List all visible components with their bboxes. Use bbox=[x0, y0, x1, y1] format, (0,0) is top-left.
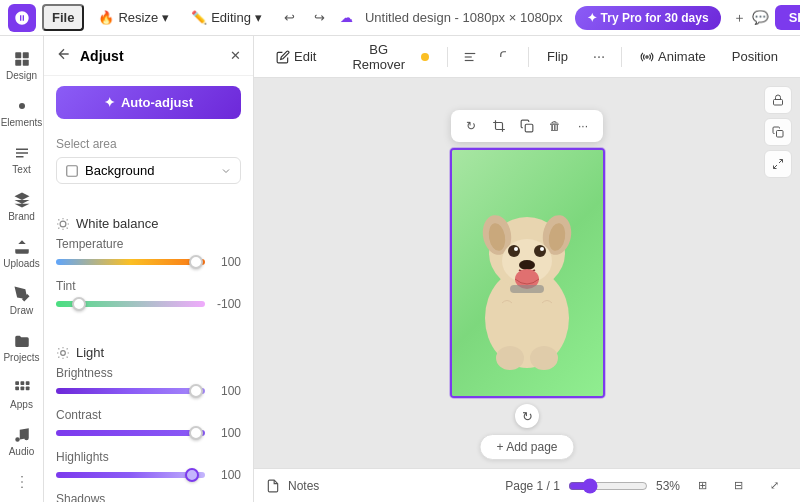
tint-slider[interactable] bbox=[56, 301, 205, 307]
design-image[interactable] bbox=[450, 148, 605, 398]
white-balance-heading: White balance bbox=[56, 216, 241, 231]
comments-button[interactable]: 💬 bbox=[752, 4, 769, 32]
sidebar-item-label: Design bbox=[6, 70, 37, 81]
shadows-label: Shadows bbox=[56, 492, 241, 502]
delete-floating-button[interactable]: 🗑 bbox=[543, 114, 567, 138]
app-logo[interactable] bbox=[8, 4, 36, 32]
add-element-button[interactable]: ＋ bbox=[733, 4, 746, 32]
bg-remover-button[interactable]: BG Remover bbox=[332, 37, 438, 77]
zoom-level: 53% bbox=[656, 479, 680, 493]
temperature-slider[interactable] bbox=[56, 259, 205, 265]
sidebar-item-draw[interactable]: Draw bbox=[2, 279, 42, 322]
chevron-down-icon: ▾ bbox=[255, 10, 262, 25]
svg-point-38 bbox=[534, 245, 546, 257]
undo-button[interactable]: ↩ bbox=[276, 4, 304, 32]
svg-rect-3 bbox=[22, 60, 28, 66]
svg-rect-8 bbox=[15, 387, 19, 391]
select-area-value: Background bbox=[85, 163, 214, 178]
canvas-content: ↻ 🗑 ··· bbox=[450, 148, 605, 398]
editing-button[interactable]: ✏️ Editing ▾ bbox=[183, 6, 270, 29]
svg-rect-5 bbox=[15, 381, 19, 385]
svg-point-25 bbox=[646, 55, 648, 57]
sidebar-item-uploads[interactable]: Uploads bbox=[2, 232, 42, 275]
document-title: Untitled design - 1080px × 1080px bbox=[365, 10, 563, 25]
svg-point-24 bbox=[602, 56, 604, 58]
file-menu-button[interactable]: File bbox=[42, 4, 84, 31]
cloud-save-button[interactable]: ☁ bbox=[340, 4, 353, 32]
brightness-slider[interactable] bbox=[56, 388, 205, 394]
white-balance-section: White balance Temperature 100 Tint -1 bbox=[44, 200, 253, 329]
svg-point-12 bbox=[21, 476, 23, 478]
svg-rect-2 bbox=[15, 60, 21, 66]
select-area-label: Select area bbox=[56, 137, 241, 151]
beta-badge bbox=[421, 53, 429, 61]
redo-button[interactable]: ↪ bbox=[306, 4, 334, 32]
more-options-button[interactable] bbox=[584, 42, 613, 72]
svg-point-18 bbox=[61, 350, 66, 355]
close-panel-button[interactable]: ✕ bbox=[230, 48, 241, 63]
panel-title: Adjust bbox=[80, 48, 222, 64]
back-button[interactable] bbox=[56, 46, 72, 65]
sidebar-item-label: Audio bbox=[9, 446, 35, 457]
crop-button[interactable] bbox=[487, 114, 511, 138]
chevron-down-icon: ▾ bbox=[162, 10, 169, 25]
align-left-button[interactable] bbox=[456, 42, 485, 72]
adjust-panel-header: Adjust ✕ bbox=[44, 36, 253, 76]
highlights-label: Highlights bbox=[56, 450, 241, 464]
lock-icon-btn[interactable] bbox=[764, 86, 792, 114]
flip-button[interactable]: Flip bbox=[537, 44, 578, 69]
notes-label[interactable]: Notes bbox=[288, 479, 319, 493]
toolbar-divider-3 bbox=[621, 47, 622, 67]
canvas-wrapper[interactable]: ↻ 🗑 ··· bbox=[254, 78, 800, 468]
more-floating-button[interactable]: ··· bbox=[571, 114, 595, 138]
resize-button[interactable]: 🔥 Resize ▾ bbox=[90, 6, 177, 29]
auto-adjust-button[interactable]: ✦ Auto-adjust bbox=[56, 86, 241, 119]
svg-point-22 bbox=[594, 56, 596, 58]
rotate-handle[interactable]: ↻ bbox=[515, 404, 539, 428]
sidebar-item-audio[interactable]: Audio bbox=[2, 420, 42, 463]
secondary-toolbar: Edit BG Remover Flip Anima bbox=[254, 36, 800, 78]
sidebar-item-label: Projects bbox=[3, 352, 39, 363]
sidebar-item-more[interactable] bbox=[2, 467, 42, 497]
sidebar-item-text[interactable]: Text bbox=[2, 138, 42, 181]
expand-icon-btn[interactable] bbox=[764, 150, 792, 178]
main-layout: Design Elements Text Brand Uploads Draw … bbox=[0, 36, 800, 502]
sidebar-item-projects[interactable]: Projects bbox=[2, 326, 42, 369]
edit-icon bbox=[276, 50, 290, 64]
duplicate-floating-button[interactable] bbox=[515, 114, 539, 138]
svg-point-13 bbox=[21, 487, 23, 489]
image-content bbox=[452, 150, 603, 396]
contrast-slider[interactable] bbox=[56, 430, 205, 436]
share-button[interactable]: Share bbox=[775, 5, 800, 30]
select-area-dropdown[interactable]: Background bbox=[56, 157, 241, 184]
sidebar-item-apps[interactable]: Apps bbox=[2, 373, 42, 416]
svg-point-44 bbox=[530, 346, 558, 370]
svg-point-23 bbox=[598, 56, 600, 58]
add-page-button[interactable]: + Add page bbox=[479, 434, 574, 460]
try-pro-button[interactable]: ✦ Try Pro for 30 days bbox=[575, 6, 721, 30]
toolbar-divider-2 bbox=[528, 47, 529, 67]
corner-radius-button[interactable] bbox=[491, 42, 520, 72]
animate-button[interactable]: Animate bbox=[630, 44, 716, 69]
fit-view-button[interactable]: ⊟ bbox=[724, 472, 752, 500]
grid-view-button[interactable]: ⊞ bbox=[688, 472, 716, 500]
svg-rect-1 bbox=[22, 52, 28, 58]
sidebar-item-label: Apps bbox=[10, 399, 33, 410]
pencil-icon: ✏️ bbox=[191, 10, 207, 25]
highlights-value: 100 bbox=[211, 468, 241, 482]
edit-button[interactable]: Edit bbox=[266, 44, 326, 69]
fullscreen-button[interactable]: ⤢ bbox=[760, 472, 788, 500]
highlights-slider[interactable] bbox=[56, 472, 205, 478]
sidebar-item-brand[interactable]: Brand bbox=[2, 185, 42, 228]
page-info: Page 1 / 1 bbox=[505, 479, 560, 493]
refresh-button[interactable]: ↻ bbox=[459, 114, 483, 138]
position-button[interactable]: Position bbox=[722, 44, 788, 69]
add-page-container: + Add page bbox=[479, 434, 574, 460]
temperature-label: Temperature bbox=[56, 237, 241, 251]
zoom-slider[interactable] bbox=[568, 478, 648, 494]
sidebar-item-elements[interactable]: Elements bbox=[2, 91, 42, 134]
sidebar-item-design[interactable]: Design bbox=[2, 44, 42, 87]
contrast-value: 100 bbox=[211, 426, 241, 440]
copy-icon-btn[interactable] bbox=[764, 118, 792, 146]
adjust-panel: Adjust ✕ ✦ Auto-adjust Select area Backg… bbox=[44, 36, 254, 502]
